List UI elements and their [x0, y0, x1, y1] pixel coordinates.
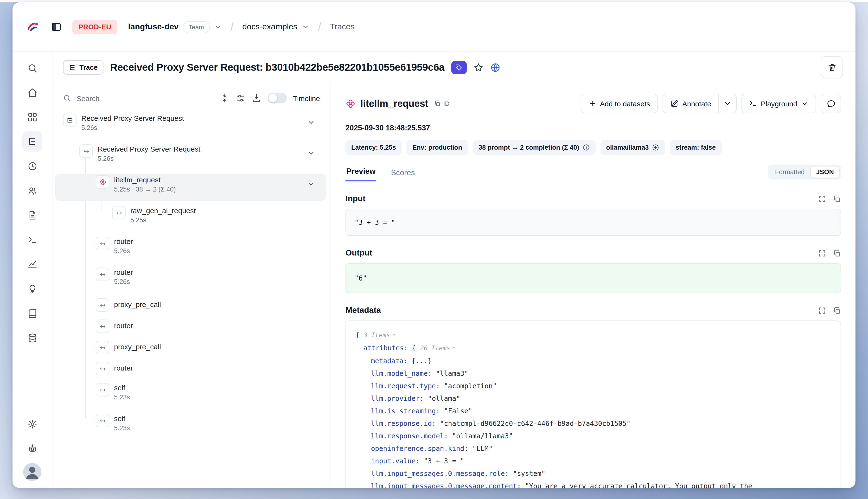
tree-item-label: Received Proxy Server Request — [81, 114, 184, 122]
metadata-section-title: Metadata — [345, 306, 381, 315]
tab-preview[interactable]: Preview — [345, 167, 377, 181]
tree-item-texts: router — [114, 361, 133, 372]
copy-id-button[interactable]: ID — [434, 100, 449, 107]
search-input[interactable] — [76, 94, 213, 103]
status-badge: ollama/llama3 — [600, 140, 665, 155]
assistant-icon[interactable] — [22, 438, 42, 459]
json-line: openinference.span.kind: "LLM" — [356, 442, 831, 455]
tab-scores[interactable]: Scores — [390, 168, 416, 181]
dashboards-icon[interactable] — [22, 107, 42, 127]
tracing-icon[interactable] — [22, 131, 42, 151]
annotate-dropdown-button[interactable] — [718, 94, 737, 113]
tree-item[interactable]: proxy_pre_call — [55, 339, 326, 356]
tree-item[interactable]: router — [55, 361, 326, 378]
globe-icon[interactable] — [490, 62, 500, 72]
comment-button[interactable] — [821, 94, 841, 113]
span-icon — [96, 268, 109, 281]
format-toggle-formatted[interactable]: Formatted — [769, 166, 810, 178]
copy-icon[interactable] — [833, 195, 841, 203]
tree-item-texts: router5.26s — [114, 235, 133, 255]
tree-item-tokens: 38 → 2 (Σ 40) — [136, 186, 176, 193]
trace-tree-icon — [69, 64, 76, 71]
json-value: "False" — [444, 407, 472, 415]
json-line: llm.response.model: "ollama/llama3" — [356, 430, 831, 442]
tree-item[interactable]: router5.26s — [55, 235, 326, 262]
json-item-count[interactable]: 3 Items — [364, 331, 390, 339]
json-value: {...} — [412, 357, 432, 365]
tree-item-texts: proxy_pre_call — [114, 297, 161, 308]
add-to-datasets-button[interactable]: Add to datasets — [581, 94, 658, 113]
chevron-down-icon[interactable] — [307, 180, 315, 190]
tree-item-texts: self5.23s — [114, 381, 130, 401]
json-line: input.value: "3 + 3 = " — [356, 455, 831, 467]
tree-item[interactable]: self5.23s — [55, 412, 326, 439]
evaluation-icon[interactable] — [22, 279, 42, 299]
collapse-all-icon[interactable] — [220, 93, 230, 103]
copy-icon[interactable] — [833, 306, 841, 315]
tree-item-label: proxy_pre_call — [114, 300, 161, 308]
span-icon — [96, 362, 109, 375]
download-icon[interactable] — [252, 93, 261, 103]
playground-button[interactable]: Playground — [742, 94, 816, 113]
database-icon[interactable] — [22, 328, 42, 348]
expand-icon[interactable] — [818, 249, 826, 257]
langfuse-logo[interactable] — [26, 20, 40, 34]
users-icon[interactable] — [22, 181, 42, 200]
chevron-down-icon[interactable] — [307, 149, 315, 159]
tree-item[interactable]: raw_gen_ai_request5.25s — [55, 205, 326, 231]
home-icon[interactable] — [22, 82, 42, 102]
sidebar-toggle-icon[interactable] — [51, 22, 62, 32]
org-name: langfuse-dev — [128, 22, 179, 32]
plus-circle-icon[interactable] — [652, 144, 659, 151]
json-item-count[interactable]: 20 Items — [420, 344, 450, 352]
delete-trace-button[interactable] — [821, 56, 843, 78]
tag-icon[interactable] — [451, 61, 467, 74]
star-icon[interactable] — [474, 62, 484, 72]
search-icon[interactable] — [22, 58, 42, 78]
terminal-icon — [749, 100, 757, 107]
breadcrumb-separator: / — [318, 20, 321, 34]
timeline-toggle[interactable] — [268, 93, 287, 104]
chevron-down-icon[interactable] — [451, 342, 456, 354]
prompts-icon[interactable] — [22, 205, 42, 225]
copy-icon[interactable] — [833, 249, 841, 257]
tree-item[interactable]: Received Proxy Server Request5.26s — [55, 143, 326, 170]
chevron-down-icon[interactable] — [307, 118, 315, 129]
json-key: llm.request.type: — [371, 382, 440, 390]
playground-icon[interactable] — [22, 230, 42, 250]
project-switcher[interactable]: docs-examples — [242, 22, 309, 32]
sessions-icon[interactable] — [22, 156, 42, 176]
tree-item[interactable]: proxy_pre_call — [55, 297, 326, 314]
user-avatar[interactable] — [23, 463, 41, 481]
annotate-button[interactable]: Annotate — [662, 94, 719, 113]
json-brace: { — [412, 344, 416, 352]
span-icon — [96, 383, 109, 397]
plus-icon — [588, 100, 596, 107]
settings-icon[interactable] — [22, 414, 42, 434]
breadcrumb-traces-link[interactable]: Traces — [330, 22, 355, 32]
expand-icon[interactable] — [818, 306, 826, 315]
json-value: "3 + 3 = " — [424, 457, 464, 465]
chevron-down-icon[interactable] — [391, 329, 396, 341]
expand-icon[interactable] — [818, 195, 826, 203]
filter-settings-icon[interactable] — [236, 93, 245, 103]
tree-item[interactable]: self5.23s — [55, 381, 326, 409]
tree-item[interactable]: litellm_request5.25s38 → 2 (Σ 40) — [55, 174, 326, 200]
tree-item[interactable]: Received Proxy Server Request5.26s — [55, 112, 326, 139]
input-value: "3 + 3 = " — [345, 209, 841, 236]
info-icon[interactable] — [583, 144, 590, 151]
json-line: llm.input_messages.0.message.role: "syst… — [356, 467, 831, 480]
tree-item[interactable]: router — [55, 318, 326, 336]
trace-header: Trace Received Proxy Server Request: b30… — [52, 52, 855, 83]
tree-item-label: router — [114, 237, 133, 245]
insights-icon[interactable] — [22, 254, 42, 274]
tree-item-label: router — [114, 364, 133, 372]
span-icon — [96, 319, 109, 333]
tree-item-duration: 5.26s — [114, 278, 133, 285]
tree-item[interactable]: router5.26s — [55, 266, 326, 293]
datasets-icon[interactable] — [22, 303, 42, 324]
format-toggle-json[interactable]: JSON — [810, 166, 840, 178]
org-switcher[interactable]: langfuse-dev Team — [128, 21, 222, 33]
json-line: llm.input_messages.0.message.content: "Y… — [356, 480, 831, 488]
json-line: attributes: { 20 Items — [356, 342, 831, 355]
